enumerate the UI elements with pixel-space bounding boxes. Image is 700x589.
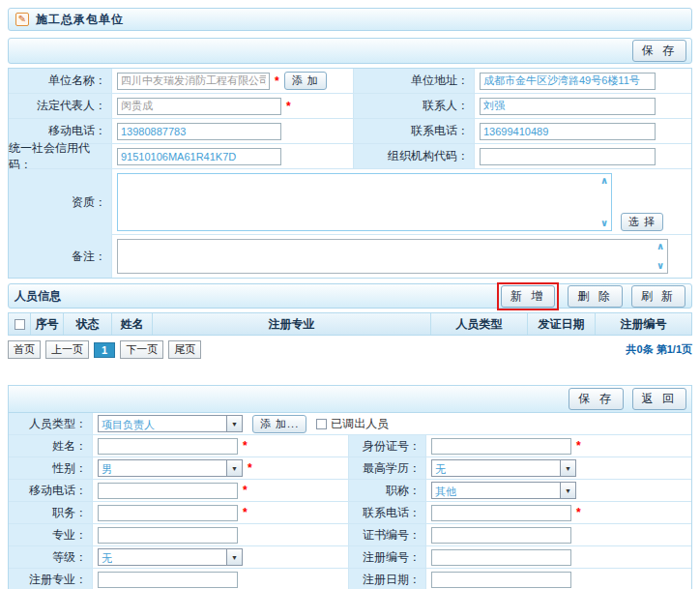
reg-date-input[interactable]	[431, 572, 571, 588]
transferred-checkbox-label: 已调出人员	[331, 416, 389, 432]
person-mobile-input[interactable]	[98, 483, 238, 499]
reg-major-cell	[93, 569, 349, 589]
org-code-input[interactable]	[480, 148, 656, 165]
add-unit-button[interactable]: 添 加	[284, 72, 327, 90]
unit-name-label: 单位名称：	[9, 69, 112, 93]
gender-label: 性别：	[9, 457, 93, 479]
edit-icon: ✎	[15, 13, 29, 26]
dropdown-arrow-icon[interactable]: ▼	[560, 483, 575, 498]
gender-select[interactable]: 男 ▼	[98, 459, 243, 477]
scrollbar[interactable]: ∧ ∨	[600, 176, 608, 228]
legal-rep-input[interactable]	[117, 98, 281, 115]
first-page-button[interactable]: 首页	[8, 340, 41, 359]
reg-date-cell	[426, 569, 691, 589]
person-contact-phone-input[interactable]	[431, 505, 571, 521]
required-asterisk: *	[576, 439, 581, 453]
last-page-button[interactable]: 尾页	[168, 340, 201, 359]
unit-form-row: 移动电话： 联系电话：	[9, 119, 691, 144]
unit-form-row: 统一社会信用代码： 组织机构代码：	[9, 144, 691, 169]
next-page-button[interactable]: 下一页	[120, 340, 163, 359]
qualification-row: 资质： ∧ ∨ 选 择	[9, 169, 691, 235]
id-number-input[interactable]	[431, 438, 571, 455]
col-name: 姓名	[112, 313, 153, 335]
select-qualification-button[interactable]: 选 择	[621, 213, 663, 231]
record-summary: 共0条 第1/1页	[627, 342, 692, 357]
education-cell: 无 ▼	[426, 457, 691, 479]
cert-number-cell	[426, 524, 691, 545]
remark-textarea[interactable]: ∧ ∨	[117, 239, 668, 274]
add-person-type-button[interactable]: 添 加...	[252, 415, 306, 433]
cert-number-label: 证书编号：	[349, 524, 426, 545]
person-form-row: 姓名： * 身份证号： *	[9, 435, 691, 457]
col-seq: 序号	[31, 313, 64, 335]
col-issue-date: 发证日期	[528, 313, 596, 335]
unit-address-cell	[475, 69, 691, 93]
reg-number-input[interactable]	[431, 549, 571, 566]
position-input[interactable]	[98, 505, 238, 521]
cert-number-input[interactable]	[431, 527, 571, 544]
col-person-type: 人员类型	[431, 313, 528, 335]
scroll-down-icon[interactable]: ∨	[600, 219, 608, 228]
prev-page-button[interactable]: 上一页	[45, 340, 89, 359]
contact-person-label: 联系人：	[354, 94, 475, 118]
delete-person-button[interactable]: 删 除	[568, 285, 622, 308]
reg-number-cell	[426, 546, 691, 568]
mobile-input[interactable]	[117, 123, 281, 140]
grade-label: 等级：	[9, 546, 93, 568]
dropdown-arrow-icon[interactable]: ▼	[560, 460, 575, 476]
id-number-label: 身份证号：	[349, 435, 426, 456]
scroll-up-icon[interactable]: ∧	[656, 242, 664, 251]
person-contact-phone-label: 联系电话：	[349, 502, 426, 523]
unit-name-cell: * 添 加	[112, 69, 354, 93]
education-select[interactable]: 无 ▼	[431, 459, 576, 477]
scroll-down-icon[interactable]: ∨	[656, 261, 664, 271]
org-code-cell	[475, 144, 691, 168]
name-cell: *	[93, 435, 349, 456]
job-title-select[interactable]: 其他 ▼	[431, 482, 576, 499]
credit-code-input[interactable]	[117, 148, 281, 165]
contact-phone-cell	[475, 119, 691, 143]
unit-name-input[interactable]	[117, 73, 270, 90]
qualification-textarea[interactable]: ∧ ∨	[117, 173, 612, 231]
contact-person-input[interactable]	[480, 98, 656, 115]
unit-panel-header: ✎ 施工总承包单位	[8, 8, 692, 31]
dropdown-arrow-icon[interactable]: ▼	[226, 460, 242, 476]
dropdown-arrow-icon[interactable]: ▼	[226, 549, 242, 565]
scrollbar[interactable]: ∧ ∨	[656, 242, 664, 271]
select-all-cell	[9, 313, 31, 335]
refresh-button[interactable]: 刷 新	[631, 285, 685, 308]
legal-rep-label: 法定代表人：	[9, 94, 112, 118]
qualification-cell: ∧ ∨ 选 择	[112, 169, 691, 234]
major-cell	[93, 524, 349, 545]
required-asterisk: *	[243, 506, 248, 519]
unit-address-input[interactable]	[480, 73, 656, 90]
add-person-button[interactable]: 新 增	[501, 285, 555, 308]
remark-label: 备注：	[9, 235, 112, 278]
total-count: 共0条	[627, 343, 654, 355]
major-input[interactable]	[98, 527, 238, 544]
person-save-button[interactable]: 保 存	[569, 388, 623, 410]
dropdown-arrow-icon[interactable]: ▼	[226, 416, 242, 431]
grade-select[interactable]: 无 ▼	[98, 548, 243, 566]
select-all-checkbox[interactable]	[15, 319, 25, 330]
person-mobile-cell: *	[93, 480, 349, 501]
transferred-checkbox[interactable]	[316, 419, 327, 429]
person-mobile-label: 移动电话：	[9, 480, 93, 501]
person-type-select[interactable]: 项目负责人 ▼	[98, 415, 243, 432]
name-input[interactable]	[98, 438, 238, 455]
contact-phone-input[interactable]	[480, 123, 656, 140]
person-type-cell: 项目负责人 ▼ 添 加... 已调出人员	[93, 413, 691, 434]
person-toolbar: 保 存 返 回	[9, 386, 691, 413]
person-type-row: 人员类型： 项目负责人 ▼ 添 加... 已调出人员	[9, 413, 691, 435]
person-contact-phone-cell: *	[426, 502, 691, 523]
reg-major-input[interactable]	[98, 572, 238, 588]
current-page-button[interactable]: 1	[94, 342, 115, 358]
save-button[interactable]: 保 存	[632, 40, 686, 62]
reg-date-label: 注册日期：	[349, 569, 426, 589]
scroll-up-icon[interactable]: ∧	[600, 176, 608, 186]
required-asterisk: *	[243, 484, 248, 497]
back-button[interactable]: 返 回	[632, 388, 686, 410]
col-reg-number: 注册编号	[596, 313, 691, 335]
personnel-header: 人员信息 新 增 删 除 刷 新	[8, 283, 692, 309]
name-label: 姓名：	[9, 435, 93, 456]
